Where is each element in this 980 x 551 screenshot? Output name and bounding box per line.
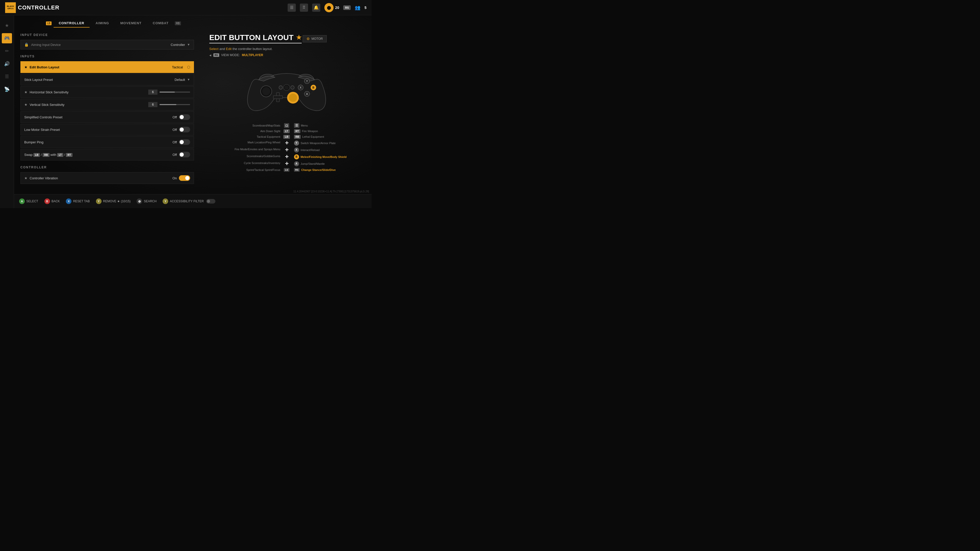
low-motor-strain-row[interactable]: Low Motor Strain Preset Off [21, 124, 194, 135]
sidebar-item-audio[interactable]: 🔊 [2, 59, 12, 69]
sidebar-item-network[interactable]: 📡 [2, 84, 12, 94]
map-center: ✛ [283, 140, 290, 146]
input-device-section-title: INPUT DEVICE [21, 33, 194, 37]
avatar-area: ⬤ 20 [325, 3, 339, 12]
stick-layout-row[interactable]: Stick Layout Preset Default ▼ [21, 74, 194, 86]
input-device-row[interactable]: 🔒 Aiming Input Device Controller ▼ [21, 40, 194, 49]
logo-area: BLACKOPS 6 CONTROLLER [5, 2, 59, 13]
map-label: Sprint/Tactical Sprint/Focus [220, 168, 280, 172]
svg-point-3 [289, 94, 297, 102]
back-label: BACK [52, 200, 60, 203]
y-button-icon: Y [96, 198, 102, 204]
sidebar-item-favorites[interactable]: ★ [2, 21, 12, 30]
bumper-ping-row[interactable]: Bumper Ping Off [21, 136, 194, 148]
map-right-label: Change Stance/Slide/Dive [301, 168, 336, 172]
map-right-label: Fire Weapon [302, 129, 318, 133]
swap-row[interactable]: Swap LB / RB with LT / RT Off [21, 149, 194, 160]
right-panel: Edit Button Layout ★ ⚙ MOTOR Select and … [202, 28, 372, 193]
input-device-value[interactable]: Controller ▼ [171, 43, 190, 47]
action-select[interactable]: A SELECT [19, 198, 38, 204]
setting-value: Off [172, 152, 190, 157]
grid-icon[interactable]: ⠿ [300, 3, 308, 12]
setting-value: Default ▼ [175, 78, 190, 82]
menu-button-icon: ⊕ [137, 198, 142, 204]
view-mode-row: ◀ RS VIEW MODE: MULTIPLAYER [209, 53, 364, 57]
player-count: 20 [335, 6, 339, 10]
action-back[interactable]: B BACK [45, 198, 60, 204]
low-motor-toggle[interactable] [179, 127, 190, 132]
action-remove[interactable]: Y REMOVE ★ (10/15) [96, 198, 130, 204]
setting-value: Off [172, 127, 190, 132]
map-label: Scoreboard/Map/Stats [220, 123, 280, 128]
map-center: ✛ [283, 154, 290, 160]
controller-vibration-row[interactable]: ★ Controller Vibration On [21, 172, 194, 184]
rs-badge: RS [343, 5, 351, 10]
star-favorite-icon: ★ [296, 34, 302, 41]
setting-value: 6 [148, 89, 190, 95]
star-icon: ★ [24, 90, 27, 94]
setting-value: 6 [148, 102, 190, 107]
sidebar-item-controller[interactable]: 🎮 [2, 33, 12, 43]
map-center: LS [283, 168, 290, 172]
simplified-controls-toggle[interactable] [179, 114, 190, 120]
setting-name: Stick Layout Preset [24, 78, 175, 82]
input-device-label: Aiming Input Device [31, 43, 171, 47]
action-reset-tab[interactable]: X RESET TAB [66, 198, 89, 204]
x-button-icon: X [66, 198, 72, 204]
slider-track[interactable] [159, 92, 190, 93]
menu-icon[interactable]: ☰ [288, 3, 296, 12]
tab-movement[interactable]: MOVEMENT [115, 19, 146, 27]
header-right: ☰ ⠿ 🔔 ⬤ 20 RS 👥 5 [288, 3, 366, 12]
simplified-controls-row[interactable]: Simplified Controls Preset Off [21, 111, 194, 123]
map-label: Scorestreaks/GobbleGums [220, 154, 280, 160]
map-right-label: Menu [301, 123, 308, 128]
rs-small-badge: RS [213, 53, 219, 57]
lock-icon: 🔒 [24, 43, 29, 47]
slider-track[interactable] [159, 104, 190, 105]
action-accessibility[interactable]: Y ACCESSIBILITY FILTER [162, 198, 215, 204]
accessibility-toggle[interactable] [206, 199, 215, 203]
tab-combat[interactable]: COMBAT [148, 19, 174, 27]
bumper-ping-toggle[interactable] [179, 139, 190, 145]
b-button-icon: B [45, 198, 50, 204]
svg-text:B: B [312, 86, 314, 89]
nav-tabs: LB CONTROLLER AIMING MOVEMENT COMBAT RB [46, 19, 182, 27]
map-center-right: Y Switch Weapon/Armor Plate [293, 140, 353, 146]
horizontal-sensitivity-row[interactable]: ★ Horizontal Stick Sensitivity 6 [21, 86, 194, 98]
map-center-right: RT Fire Weapon [293, 129, 353, 133]
map-center: ✛ [283, 147, 290, 153]
bell-icon[interactable]: 🔔 [312, 3, 320, 12]
friends-count: 5 [364, 6, 366, 10]
svg-point-18 [285, 86, 289, 89]
svg-point-6 [279, 86, 283, 89]
svg-text:A: A [306, 92, 308, 95]
chevron-down-icon: ▼ [187, 78, 190, 81]
sidebar-item-list[interactable]: ☰ [2, 71, 12, 82]
rb-badge: RB [175, 21, 181, 25]
edit-button-layout-row[interactable]: ★ Edit Button Layout Tactical ⬡ [21, 61, 194, 73]
lb-badge: LB [46, 21, 52, 25]
star-icon: ★ [24, 103, 27, 106]
swap-toggle[interactable] [179, 152, 190, 157]
reset-tab-label: RESET TAB [73, 200, 89, 203]
star-icon: ★ [24, 176, 27, 180]
controller-section: CONTROLLER ★ Controller Vibration On [21, 165, 194, 184]
action-search[interactable]: ⊕ SEARCH [137, 198, 156, 204]
a-button-icon: A [19, 198, 25, 204]
vertical-sensitivity-row[interactable]: ★ Vertical Stick Sensitivity 6 [21, 99, 194, 110]
sidebar-item-edit[interactable]: ✏ [2, 46, 12, 56]
map-right-label: Jump/Stand/Mantle [301, 162, 325, 166]
controller-vibration-toggle[interactable] [179, 175, 190, 181]
motor-icon: ⚙ [307, 37, 310, 41]
motor-badge[interactable]: ⚙ MOTOR [303, 35, 326, 42]
svg-point-1 [262, 87, 270, 95]
tab-controller[interactable]: CONTROLLER [54, 19, 89, 27]
main-content: INPUT DEVICE 🔒 Aiming Input Device Contr… [14, 28, 200, 193]
remove-label: REMOVE ★ (10/15) [103, 200, 130, 203]
map-center-right: B Melee/Finishing Move/Body Shield [293, 154, 353, 160]
tab-aiming[interactable]: AIMING [91, 19, 115, 27]
map-label: Tactical Equipment [220, 135, 280, 139]
bottom-bar: A SELECT B BACK X RESET TAB Y REMOVE ★ (… [14, 194, 372, 208]
logo-box: BLACKOPS 6 [5, 2, 16, 13]
setting-value: Off [172, 114, 190, 120]
